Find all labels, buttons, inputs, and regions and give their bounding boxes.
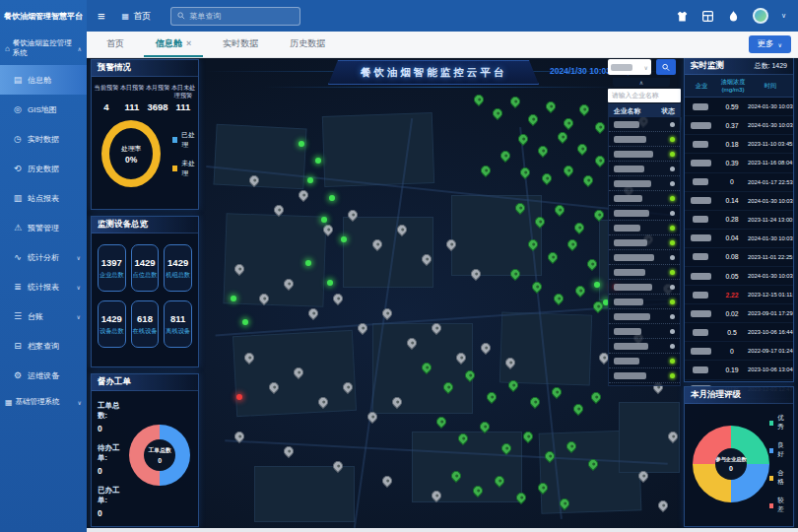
green-dot-icon[interactable] xyxy=(242,319,248,325)
green-pin-icon[interactable] xyxy=(528,395,542,409)
sidebar-group-1[interactable]: ▦基础管理系统∨ xyxy=(0,390,87,414)
more-button[interactable]: 更多 ∨ xyxy=(749,35,791,53)
sidebar-group-0[interactable]: ⌂餐饮油烟监控管理系统∧ xyxy=(0,32,87,65)
green-dot-icon[interactable] xyxy=(327,280,333,286)
green-pin-icon[interactable] xyxy=(472,93,486,106)
green-pin-icon[interactable] xyxy=(552,292,565,305)
sidebar-item-archive[interactable]: ⊟档案查询 xyxy=(0,331,87,361)
green-pin-icon[interactable] xyxy=(499,149,512,163)
realtime-row[interactable]: 0.182023-11-10 03:45:00 xyxy=(685,135,793,154)
green-pin-icon[interactable] xyxy=(546,250,560,264)
close-icon[interactable]: × xyxy=(186,38,191,48)
realtime-row[interactable]: 0.372024-01-30 10:03:00 xyxy=(685,116,793,135)
sidebar-item-dashboard[interactable]: ▤信息舱 xyxy=(0,65,87,95)
gray-pin-icon[interactable] xyxy=(656,499,670,512)
enterprise-row[interactable] xyxy=(609,324,680,339)
green-pin-icon[interactable] xyxy=(526,112,540,126)
realtime-row[interactable]: 0.392023-11-16 08:04:00 xyxy=(685,154,793,172)
menu-search-input[interactable]: 菜单查询 xyxy=(170,7,300,26)
green-pin-icon[interactable] xyxy=(593,120,607,134)
avatar[interactable] xyxy=(753,8,768,24)
realtime-row[interactable]: 02024-01-17 22:53:00 xyxy=(685,173,793,192)
enterprise-row[interactable] xyxy=(609,250,680,265)
enterprise-row[interactable] xyxy=(609,280,680,295)
enterprise-row[interactable] xyxy=(609,265,680,280)
green-pin-icon[interactable] xyxy=(479,164,493,177)
red-dot-icon[interactable] xyxy=(236,394,242,400)
enterprise-select[interactable]: ∨ xyxy=(608,59,651,75)
green-dot-icon[interactable] xyxy=(341,236,347,242)
realtime-row[interactable]: 0.042024-01-30 10:03:00 xyxy=(685,230,793,248)
green-dot-icon[interactable] xyxy=(321,217,327,223)
realtime-row[interactable]: 02022-09-17 01:24:00 xyxy=(685,342,793,361)
green-dot-icon[interactable] xyxy=(315,158,321,164)
green-pin-icon[interactable] xyxy=(593,154,607,167)
chevron-down-icon[interactable]: ∨ xyxy=(781,12,786,20)
realtime-row[interactable]: 0.022023-09-01 17:29:00 xyxy=(685,304,793,323)
sidebar-item-analysis[interactable]: ∿统计分析∨ xyxy=(0,242,87,272)
green-pin-icon[interactable] xyxy=(556,130,569,144)
enterprise-row[interactable] xyxy=(609,206,680,221)
green-pin-icon[interactable] xyxy=(562,116,575,130)
enterprise-row[interactable] xyxy=(609,235,680,250)
green-pin-icon[interactable] xyxy=(536,144,550,158)
green-pin-icon[interactable] xyxy=(577,102,591,116)
green-dot-icon[interactable] xyxy=(329,195,335,201)
green-pin-icon[interactable] xyxy=(550,385,564,399)
sidebar-item-alert[interactable]: ⚠预警管理 xyxy=(0,213,87,242)
sidebar-item-report[interactable]: ▥站点报表 xyxy=(0,183,87,213)
sidebar-item-clock[interactable]: ◷实时数据 xyxy=(0,124,87,154)
green-pin-icon[interactable] xyxy=(516,132,530,146)
realtime-row[interactable]: 0.052024-01-30 10:03:00 xyxy=(685,267,793,286)
realtime-row[interactable]: 0.592024-01-30 10:03:00 xyxy=(685,98,793,116)
green-pin-icon[interactable] xyxy=(518,166,532,179)
green-pin-icon[interactable] xyxy=(573,284,587,298)
tab-1[interactable]: 信息舱× xyxy=(144,32,203,57)
green-pin-icon[interactable] xyxy=(544,100,558,113)
layout-grid-icon[interactable] xyxy=(701,10,714,23)
sidebar-item-stats-report[interactable]: ≣统计报表∨ xyxy=(0,272,87,301)
gray-pin-icon[interactable] xyxy=(297,188,310,202)
enterprise-row[interactable] xyxy=(609,221,680,235)
enterprise-row[interactable] xyxy=(609,309,680,324)
enterprise-row[interactable] xyxy=(609,162,680,176)
gray-pin-icon[interactable] xyxy=(331,292,345,305)
green-dot-icon[interactable] xyxy=(594,282,600,288)
enterprise-row[interactable] xyxy=(609,117,680,132)
sidebar-item-map[interactable]: ◎GIS地图 xyxy=(0,95,87,124)
green-pin-icon[interactable] xyxy=(485,390,499,404)
enterprise-search-button[interactable] xyxy=(656,59,676,75)
menu-toggle-icon[interactable]: ≡ xyxy=(98,9,105,24)
enterprise-row[interactable] xyxy=(609,176,680,191)
green-pin-icon[interactable] xyxy=(581,173,595,187)
green-pin-icon[interactable] xyxy=(562,164,575,177)
enterprise-name-input[interactable]: 请输入企业名称 xyxy=(608,89,681,102)
enterprise-row[interactable] xyxy=(609,354,680,368)
gray-pin-icon[interactable] xyxy=(479,341,493,355)
green-pin-icon[interactable] xyxy=(540,171,554,185)
tab-0[interactable]: 首页 xyxy=(95,32,136,57)
home-link[interactable]: ▦ 首页 xyxy=(122,10,152,23)
realtime-row[interactable]: 0.52023-10-06 16:44:00 xyxy=(685,323,793,342)
green-pin-icon[interactable] xyxy=(530,280,544,294)
realtime-row[interactable]: 2.222023-12-15 01:11:00 xyxy=(685,286,793,304)
green-dot-icon[interactable] xyxy=(305,260,311,266)
gray-pin-icon[interactable] xyxy=(380,474,394,488)
collapse-list-button[interactable]: ∧ xyxy=(613,78,670,87)
gray-pin-icon[interactable] xyxy=(282,444,296,458)
flame-icon[interactable] xyxy=(727,10,740,23)
green-dot-icon[interactable] xyxy=(299,141,304,147)
green-pin-icon[interactable] xyxy=(585,257,599,271)
enterprise-row[interactable] xyxy=(609,132,680,147)
green-dot-icon[interactable] xyxy=(231,296,236,301)
green-pin-icon[interactable] xyxy=(565,237,579,251)
enterprise-row[interactable] xyxy=(609,147,680,162)
tab-3[interactable]: 历史数据 xyxy=(278,32,337,57)
green-pin-icon[interactable] xyxy=(521,430,535,443)
gray-pin-icon[interactable] xyxy=(306,306,320,320)
enterprise-row[interactable] xyxy=(609,295,680,309)
enterprise-row[interactable] xyxy=(609,368,680,383)
tab-2[interactable]: 实时数据 xyxy=(211,32,270,57)
realtime-row[interactable]: 0.192023-10-06 13:04:00 xyxy=(685,361,793,379)
green-pin-icon[interactable] xyxy=(508,95,522,108)
